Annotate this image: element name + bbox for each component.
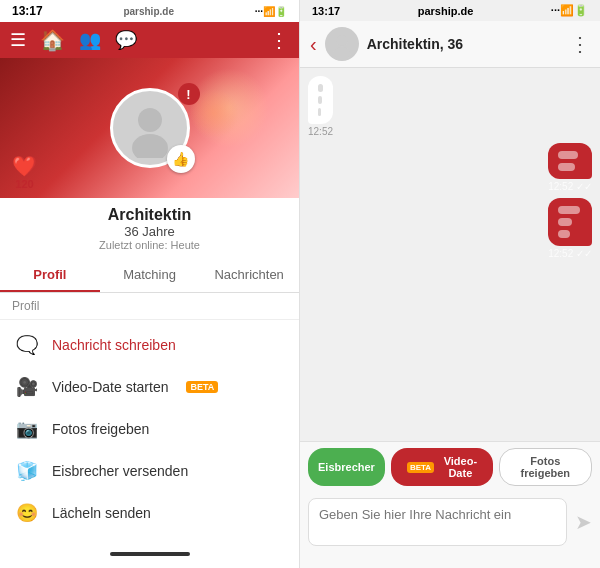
msg-time-2: 12:52 ✓✓ [548,181,592,192]
heart-icon: ❤️ [12,154,37,178]
action-list: 🗨️ Nachricht schreiben 🎥 Video-Date star… [0,320,299,538]
action-icebreaker[interactable]: 🧊 Eisbrecher versenden [0,450,299,492]
action-video-label: Video-Date starten [52,379,168,395]
video-beta-badge: BETA [186,381,218,393]
profile-hero: ❤️ 120 👍 ! [0,58,299,198]
msg-line [558,151,578,159]
profile-online: Zuletzt online: Heute [10,239,289,251]
chat-messages[interactable]: 12:52 12:52 ✓✓ 12:52 ✓✓ [300,68,600,441]
home-indicator-bar [110,552,190,556]
right-time: 13:17 [312,5,340,17]
bubble-sent-1 [548,143,592,179]
message-icon: 🗨️ [14,334,40,356]
hearts-count: 120 [15,178,33,190]
smile-icon: 😊 [14,502,40,524]
left-url: parship.de [123,6,174,17]
right-status-icons: ···📶🔋 [551,4,588,17]
photos-icon: 📷 [14,418,40,440]
left-status-bar: 13:17 parship.de ···📶🔋 [0,0,299,22]
action-photos[interactable]: 📷 Fotos freigeben [0,408,299,450]
chat-avatar-svg [328,30,356,58]
top-nav: ☰ 🏠 👥 💬 ⋮ [0,22,299,58]
left-panel: 13:17 parship.de ···📶🔋 ☰ 🏠 👥 💬 ⋮ ❤️ 120 … [0,0,300,568]
eisbrecher-button[interactable]: Eisbrecher [308,448,385,486]
icebreaker-icon: 🧊 [14,460,40,482]
send-button[interactable]: ➤ [575,510,592,534]
action-message[interactable]: 🗨️ Nachricht schreiben [0,324,299,366]
message-sent-1: 12:52 ✓✓ [548,143,592,192]
video-icon: 🎥 [14,376,40,398]
exclamation-badge: ! [178,83,200,105]
profile-sub: Profil [0,293,299,320]
tab-profil[interactable]: Profil [0,259,100,292]
right-url: parship.de [418,5,474,17]
chat-icon[interactable]: 💬 [115,29,137,51]
right-panel: 13:17 parship.de ···📶🔋 ‹ Architektin, 36… [300,0,600,568]
msg-line [558,163,575,171]
hearts-counter: ❤️ 120 [12,154,37,190]
home-icon[interactable]: 🏠 [40,28,65,52]
action-photos-label: Fotos freigeben [52,421,149,437]
bubble-sent-2 [548,198,592,246]
avatar-container: 👍 ! [110,88,190,168]
left-status-icons: ···📶🔋 [255,6,287,17]
svg-point-2 [336,35,347,46]
like-badge: 👍 [167,145,195,173]
msg-time-1: 12:52 [308,126,333,137]
message-sent-2: 12:52 ✓✓ [548,198,592,259]
msg-line [558,230,570,238]
profile-name: Architektin [10,206,289,224]
home-indicator-left [0,548,299,568]
right-status-bar: 13:17 parship.de ···📶🔋 [300,0,600,21]
fotos-freigeben-button[interactable]: Fotos freigeben [499,448,592,486]
left-time: 13:17 [12,4,43,18]
profile-tabs: Profil Matching Nachrichten [0,259,299,293]
profile-info: Architektin 36 Jahre Zuletzt online: Heu… [0,198,299,251]
chat-avatar [325,27,359,61]
svg-point-3 [333,47,350,58]
chat-actions: Eisbrecher BETA Video-Date Fotos freigeb… [300,441,600,492]
msg-line [318,108,321,116]
more-icon[interactable]: ⋮ [269,28,289,52]
message-received-1: 12:52 [308,76,333,137]
hamburger-icon[interactable]: ☰ [10,29,26,51]
message-input[interactable] [308,498,567,546]
video-beta-badge-chat: BETA [407,462,434,473]
action-icebreaker-label: Eisbrecher versenden [52,463,188,479]
svg-point-0 [138,108,162,132]
msg-line [558,218,572,226]
back-button[interactable]: ‹ [310,33,317,56]
chat-more-icon[interactable]: ⋮ [570,32,590,56]
msg-line [318,84,323,92]
action-video[interactable]: 🎥 Video-Date starten BETA [0,366,299,408]
video-date-button[interactable]: BETA Video-Date [391,448,493,486]
people-icon[interactable]: 👥 [79,29,101,51]
svg-point-1 [132,134,168,158]
tab-matching[interactable]: Matching [100,259,200,292]
msg-line [318,96,322,104]
action-smile-label: Lächeln senden [52,505,151,521]
video-date-label: Video-Date [438,455,483,479]
profile-age: 36 Jahre [10,224,289,239]
msg-time-3: 12:52 ✓✓ [548,248,592,259]
action-smile[interactable]: 😊 Lächeln senden [0,492,299,534]
tab-nachrichten[interactable]: Nachrichten [199,259,299,292]
msg-line [558,206,579,214]
chat-input-area: ➤ [300,492,600,556]
bubble-received-1 [308,76,333,124]
chat-name: Architektin, 36 [367,36,562,52]
action-message-label: Nachricht schreiben [52,337,176,353]
right-bottom-bar [300,556,600,568]
chat-header: ‹ Architektin, 36 ⋮ [300,21,600,68]
